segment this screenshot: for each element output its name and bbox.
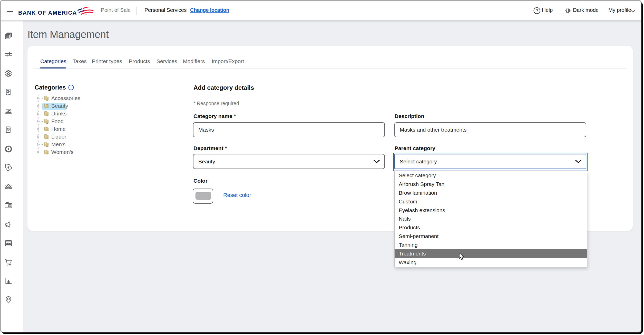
svg-text:$: $ [7,127,9,131]
svg-text:$: $ [7,90,9,93]
svg-text:?: ? [536,8,538,13]
svg-text:$: $ [9,204,11,207]
